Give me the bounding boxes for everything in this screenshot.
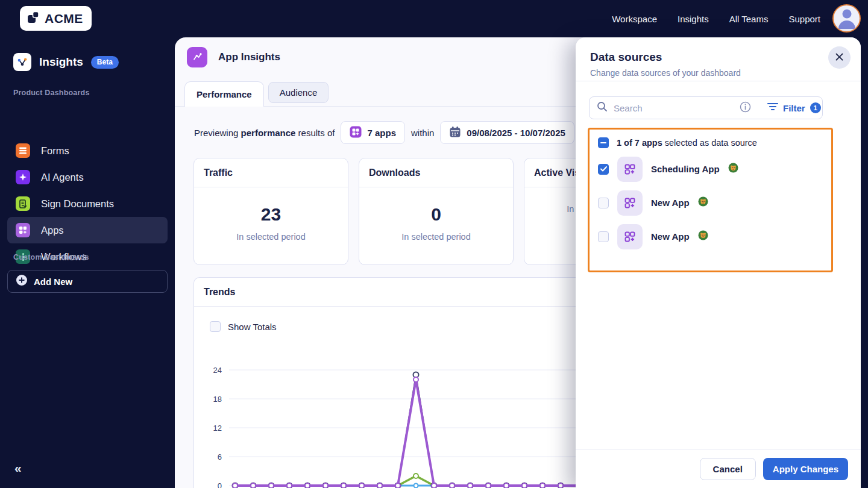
avatar[interactable]	[832, 4, 861, 33]
sidebar: Insights Beta Product Dashboards Forms A…	[0, 37, 175, 488]
app-tile-icon	[617, 190, 643, 216]
within-text: within	[411, 128, 434, 138]
panel-subtitle: Change data sources of your dashboard	[590, 68, 846, 78]
filter-label: Filter	[783, 103, 805, 113]
stat-caption: In selected period	[194, 232, 348, 242]
tiger-badge-icon	[698, 196, 708, 209]
select-all-row[interactable]: 1 of 7 apps selected as data source	[598, 137, 823, 148]
filter-icon	[767, 102, 778, 113]
tab-audience[interactable]: Audience	[268, 82, 329, 103]
close-panel-button[interactable]	[828, 46, 851, 69]
app-row-0[interactable]: Scheduling App	[598, 156, 823, 182]
add-new-label: Add New	[34, 277, 72, 287]
avatar-person-icon	[834, 5, 860, 33]
app-row-1[interactable]: New App	[598, 190, 823, 216]
forms-icon	[16, 143, 30, 158]
app-name: New App	[651, 231, 690, 242]
search-filter-bar: Filter 1	[589, 96, 823, 119]
top-bar: ACME Workspace Insights All Teams Suppor…	[0, 0, 868, 37]
tab-performance[interactable]: Performance	[184, 81, 264, 107]
preview-text: Previewing performance results of	[194, 128, 335, 138]
show-totals-label: Show Totals	[228, 322, 277, 332]
search-box[interactable]	[590, 97, 758, 119]
collapse-sidebar-button[interactable]: «	[14, 461, 20, 475]
sidebar-item-label: AI Agents	[41, 172, 84, 183]
stat-value: 23	[194, 204, 348, 225]
plus-circle-icon	[16, 274, 28, 289]
calendar-icon	[449, 126, 461, 140]
nav-all-teams[interactable]: All Teams	[729, 14, 769, 24]
tiger-badge-icon	[698, 230, 708, 243]
search-input[interactable]	[614, 103, 734, 113]
selection-summary: 1 of 7 apps selected as data source	[617, 138, 757, 148]
sidebar-item-sign-documents[interactable]: Sign Documents	[7, 190, 168, 217]
checkbox-minus-icon	[600, 140, 606, 146]
sign-documents-icon	[16, 196, 30, 211]
nav-workspace[interactable]: Workspace	[612, 14, 657, 24]
panel-header: Data sources Change data sources of your…	[576, 37, 861, 81]
apply-changes-button[interactable]: Apply Changes	[763, 458, 848, 480]
panel-footer: Cancel Apply Changes	[576, 449, 861, 488]
top-nav: Workspace Insights All Teams Support	[612, 0, 820, 37]
checkbox-check-icon	[600, 166, 607, 172]
sidebar-item-forms[interactable]: Forms	[7, 137, 168, 164]
highlighted-selection-area: 1 of 7 apps selected as data source Sche…	[588, 128, 833, 272]
sidebar-item-label: Sign Documents	[41, 198, 114, 210]
apps-selector-label: 7 apps	[367, 128, 396, 138]
panel-title: Data sources	[590, 51, 846, 64]
stat-caption: In selected period	[359, 232, 513, 242]
section-custom-dashboards: Custom Dashboards	[13, 253, 89, 261]
sidebar-item-apps[interactable]: Apps	[7, 217, 168, 243]
filter-button[interactable]: Filter 1	[758, 97, 830, 119]
nav-insights[interactable]: Insights	[678, 14, 709, 24]
acme-logo[interactable]: ACME	[20, 6, 92, 31]
app-insights-icon	[187, 47, 207, 67]
app-checkbox[interactable]	[598, 164, 609, 175]
svg-text:0: 0	[218, 481, 222, 488]
cancel-button[interactable]: Cancel	[700, 458, 756, 480]
beta-badge: Beta	[91, 56, 119, 69]
app-row-2[interactable]: New App	[598, 224, 823, 249]
section-product-dashboards: Product Dashboards	[13, 89, 90, 97]
app-checkbox[interactable]	[598, 231, 609, 242]
apps-selector-button[interactable]: 7 apps	[341, 121, 405, 144]
date-range-label: 09/08/2025 - 10/07/2025	[467, 128, 565, 138]
add-new-button[interactable]: Add New	[7, 270, 168, 293]
show-totals-checkbox[interactable]: Show Totals	[210, 321, 277, 332]
close-icon	[835, 52, 843, 63]
svg-text:24: 24	[213, 366, 222, 375]
date-range-button[interactable]: 09/08/2025 - 10/07/2025	[440, 121, 574, 144]
app-tile-icon	[617, 157, 643, 182]
apps-icon	[16, 223, 30, 237]
stat-label: Downloads	[359, 158, 513, 187]
filter-count-badge: 1	[810, 102, 821, 113]
svg-text:18: 18	[213, 395, 222, 404]
stat-card-downloads: Downloads 0 In selected period	[359, 158, 514, 265]
info-icon[interactable]	[740, 101, 751, 115]
app-tile-icon	[617, 224, 643, 249]
app-name: Scheduling App	[651, 164, 720, 174]
sidebar-item-ai-agents[interactable]: AI Agents	[7, 164, 168, 190]
ai-agents-icon	[16, 170, 30, 184]
tiger-badge-icon	[728, 163, 738, 175]
insights-chart-icon	[13, 53, 31, 71]
svg-text:12: 12	[213, 424, 222, 433]
sidebar-menu: Forms AI Agents Sign Documents Apps Work…	[0, 137, 175, 270]
checkbox	[210, 321, 221, 332]
brand-name: ACME	[45, 11, 83, 26]
nav-support[interactable]: Support	[788, 14, 820, 24]
page-header: App Insights	[187, 47, 280, 67]
tabs: Performance Audience	[184, 81, 329, 107]
sidebar-item-label: Forms	[41, 145, 69, 157]
app-name: New App	[651, 198, 690, 208]
sidebar-item-label: Apps	[41, 225, 64, 236]
acme-logo-icon	[26, 10, 40, 27]
data-sources-panel: Data sources Change data sources of your…	[576, 37, 861, 488]
select-all-checkbox[interactable]	[598, 137, 609, 148]
preview-controls: Previewing performance results of 7 apps…	[194, 121, 574, 144]
app-checkbox[interactable]	[598, 198, 609, 208]
stat-value: 0	[359, 204, 513, 225]
sidebar-header: Insights Beta	[13, 53, 119, 71]
stat-card-traffic: Traffic 23 In selected period	[193, 158, 348, 265]
apps-grid-icon	[350, 126, 362, 140]
